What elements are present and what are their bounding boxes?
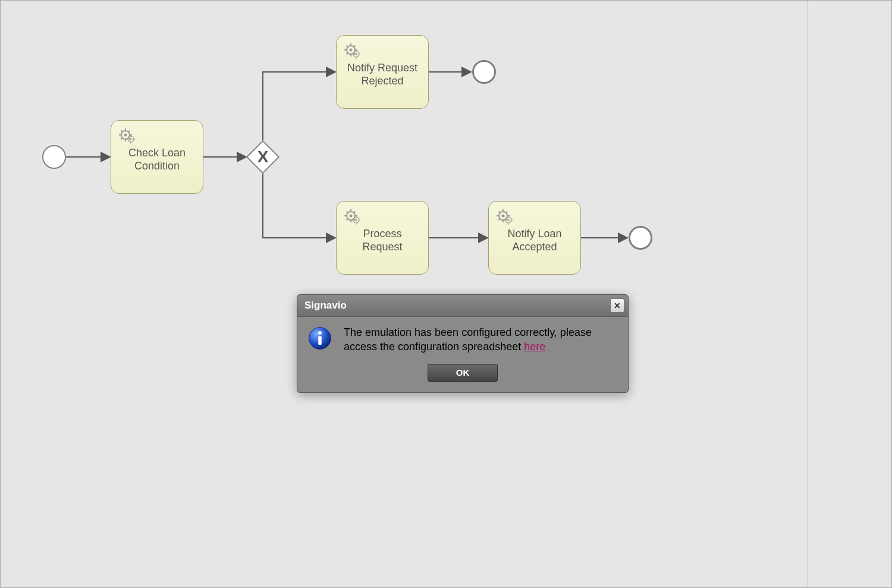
service-task-gear-icon xyxy=(343,207,360,225)
configuration-spreadsheet-link[interactable]: here xyxy=(524,341,545,353)
task-notify-request-rejected[interactable]: Notify Request Rejected xyxy=(336,35,429,109)
start-event[interactable] xyxy=(42,145,66,169)
close-icon: ✕ xyxy=(614,301,621,310)
end-event-rejected[interactable] xyxy=(472,60,496,84)
dialog-close-button[interactable]: ✕ xyxy=(610,298,624,313)
signavio-info-dialog: Signavio ✕ The emulation has been con xyxy=(297,294,629,393)
service-task-gear-icon xyxy=(343,42,360,59)
gateway-x-marker: X xyxy=(257,149,269,165)
ok-button[interactable]: OK xyxy=(428,364,498,382)
canvas-vertical-guide xyxy=(808,1,808,587)
dialog-footer: OK xyxy=(297,358,628,392)
info-icon xyxy=(307,325,333,354)
dialog-titlebar[interactable]: Signavio ✕ xyxy=(297,295,628,317)
task-label: Notify Request Rejected xyxy=(343,61,422,88)
task-label: Check Loan Condition xyxy=(117,146,197,173)
task-notify-loan-accepted[interactable]: Notify Loan Accepted xyxy=(488,201,581,275)
service-task-gear-icon xyxy=(495,207,513,225)
dialog-message-text: The emulation has been configured correc… xyxy=(344,326,592,353)
exclusive-gateway[interactable]: X xyxy=(246,140,279,174)
service-task-gear-icon xyxy=(117,127,135,144)
task-label: Notify Loan Accepted xyxy=(495,227,574,254)
task-check-loan-condition[interactable]: Check Loan Condition xyxy=(111,120,203,194)
task-process-request[interactable]: Process Request xyxy=(336,201,429,275)
svg-rect-18 xyxy=(318,336,322,345)
task-label: Process Request xyxy=(343,227,422,254)
dialog-message: The emulation has been configured correc… xyxy=(344,325,618,354)
dialog-title: Signavio xyxy=(304,300,347,312)
svg-point-17 xyxy=(318,331,322,335)
dialog-body: The emulation has been configured correc… xyxy=(297,317,628,358)
end-event-accepted[interactable] xyxy=(629,226,652,250)
